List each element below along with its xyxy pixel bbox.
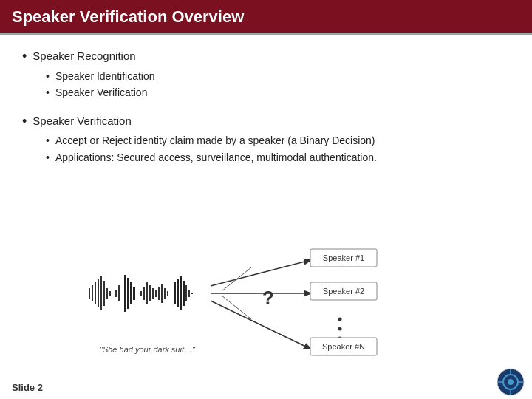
section2-sub2: • Applications: Secured access, surveill… xyxy=(46,151,510,166)
svg-rect-0 xyxy=(89,288,90,299)
section-gap xyxy=(22,103,510,113)
section1-label: Speaker Recognition xyxy=(33,48,135,64)
section2-bullet: • Speaker Verification xyxy=(22,113,510,130)
svg-rect-27 xyxy=(183,281,185,306)
speaker2-label: Speaker #2 xyxy=(323,287,364,296)
section1-sub1: • Speaker Identification xyxy=(46,69,510,84)
slide-content: • Speaker Recognition • Speaker Identifi… xyxy=(0,35,532,175)
svg-rect-5 xyxy=(103,281,105,306)
slide: Speaker Verification Overview • Speaker … xyxy=(0,0,532,399)
svg-rect-19 xyxy=(155,290,157,297)
sub-bullet-dot-3: • xyxy=(46,134,50,146)
fan-line3 xyxy=(222,296,251,319)
svg-rect-30 xyxy=(191,293,193,294)
svg-rect-4 xyxy=(100,276,102,310)
svg-rect-13 xyxy=(133,287,135,300)
svg-rect-12 xyxy=(130,282,132,304)
sub-bullet-dot-2: • xyxy=(46,86,50,98)
section2-sub1-text: Accept or Reject identity claim made by … xyxy=(55,134,375,149)
section2-sub1: • Accept or Reject identity claim made b… xyxy=(46,134,510,149)
sub-bullet-dot-1: • xyxy=(46,70,50,82)
svg-rect-25 xyxy=(177,279,179,307)
svg-rect-10 xyxy=(124,275,126,312)
dot1 xyxy=(338,318,342,321)
quote-text: "She had your dark suit…" xyxy=(100,345,196,354)
svg-rect-17 xyxy=(149,285,151,301)
speaker1-label: Speaker #1 xyxy=(323,253,364,262)
slide-title: Speaker Verification Overview xyxy=(0,0,532,35)
svg-point-33 xyxy=(508,379,514,385)
svg-rect-1 xyxy=(92,285,93,301)
svg-rect-9 xyxy=(118,285,120,301)
section1-bullet: • Speaker Recognition xyxy=(22,48,510,65)
svg-rect-21 xyxy=(161,284,163,303)
speakerN-label: Speaker #N xyxy=(322,342,365,351)
svg-rect-6 xyxy=(106,288,108,299)
dot2 xyxy=(338,327,342,331)
logo-icon xyxy=(497,368,525,396)
svg-rect-14 xyxy=(140,291,142,296)
svg-rect-2 xyxy=(95,282,96,304)
question-mark: ? xyxy=(262,287,274,309)
svg-rect-26 xyxy=(180,276,182,310)
svg-rect-11 xyxy=(127,278,129,309)
bullet-dot-2: • xyxy=(22,114,27,130)
svg-rect-22 xyxy=(164,288,166,299)
bullet-dot-1: • xyxy=(22,49,27,65)
logo-area xyxy=(497,368,525,396)
arrow-speakerN xyxy=(211,301,310,349)
arrow-speaker1 xyxy=(211,260,310,286)
svg-rect-3 xyxy=(98,279,99,307)
svg-rect-7 xyxy=(109,291,111,296)
svg-rect-18 xyxy=(152,288,154,299)
svg-rect-28 xyxy=(185,285,187,301)
section1-sub2: • Speaker Verification xyxy=(46,86,510,100)
svg-rect-16 xyxy=(146,282,148,304)
svg-rect-20 xyxy=(158,287,160,300)
svg-rect-8 xyxy=(115,290,117,297)
svg-rect-15 xyxy=(143,287,145,300)
svg-rect-23 xyxy=(167,291,168,296)
fan-line1 xyxy=(222,267,251,291)
waveform-group xyxy=(89,275,193,312)
section2-sub2-text: Applications: Secured access, surveillan… xyxy=(55,151,377,166)
slide-number: Slide 2 xyxy=(12,382,43,393)
diagram-area: "She had your dark suit…" ? Speaker #1 xyxy=(74,223,466,371)
section1-sub2-text: Speaker Verification xyxy=(55,86,148,100)
svg-rect-24 xyxy=(174,282,176,304)
sub-bullet-dot-4: • xyxy=(46,151,50,163)
slide-footer: Slide 2 xyxy=(12,382,43,393)
title-text: Speaker Verification Overview xyxy=(12,7,244,26)
svg-rect-29 xyxy=(188,290,190,297)
section1-sub1-text: Speaker Identification xyxy=(55,69,155,84)
diagram-svg: "She had your dark suit…" ? Speaker #1 xyxy=(74,223,466,371)
section2-label: Speaker Verification xyxy=(33,113,131,129)
